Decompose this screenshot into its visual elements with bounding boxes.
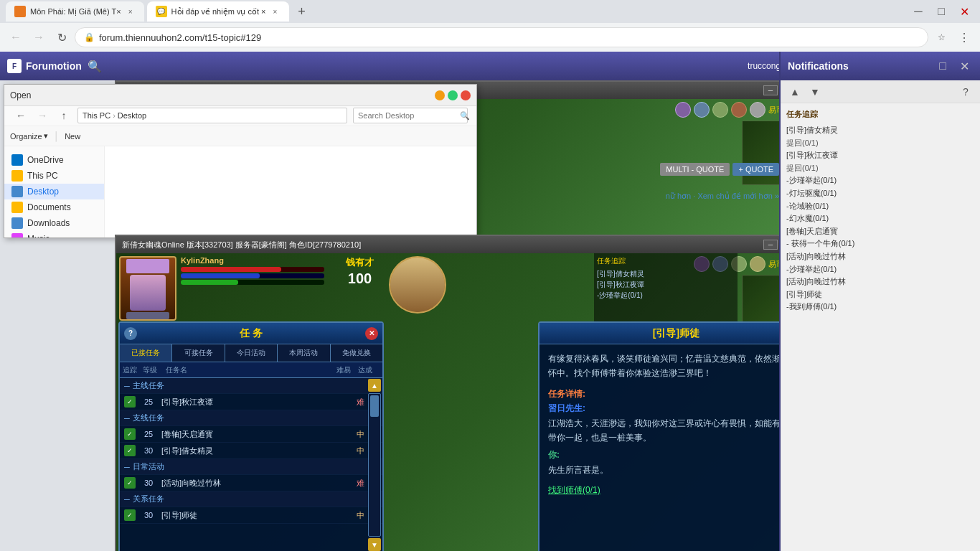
quest-column-headers: 追踪 等级 任务名 难易 达成: [120, 362, 382, 378]
dialog-player-label: 你:: [548, 448, 804, 462]
quest-panel-title: 任 务: [240, 327, 263, 340]
quote-button[interactable]: + QUOTE: [732, 163, 779, 176]
game2-npc-portrait: [389, 256, 446, 314]
notif-title: Notifications: [788, 60, 930, 72]
quest-scrollbar: ▲ ▼: [368, 379, 381, 551]
notif-scroll-down[interactable]: ▼: [806, 83, 824, 100]
col-track: 追踪: [123, 365, 143, 375]
fe-minimize-button[interactable]: [435, 90, 445, 100]
tab-hoi-dap[interactable]: 💬 Hỏi đáp về nhiệm vụ cốt × ×: [147, 1, 289, 22]
browser-content: F Forumotion 🔍 truccongle Notifications …: [0, 52, 980, 551]
notif-quest-2: [引导]秋江夜谭: [786, 149, 974, 162]
tab-close-1[interactable]: ×: [126, 6, 136, 17]
notif-scroll-up[interactable]: ▲: [786, 83, 804, 100]
quest-section-daily: ─ 日常活动: [120, 459, 382, 475]
close-button[interactable]: ✕: [954, 1, 974, 22]
dialog-sender-text: 江湖浩大，天涯渺远，我知你对这三界或许心有畏惧，如能有师傅带你一起，也是一桩美事…: [548, 416, 804, 446]
game2-content: KylinZhang 钱有才 100: [116, 253, 816, 551]
quest-item-support-1[interactable]: ✓ 25 [卷轴]天启通寳 中: [120, 426, 382, 443]
forum-link-newer[interactable]: nữ hơn · Xem chủ đề mới hơn »: [666, 192, 779, 200]
forum-nav-links: nữ hơn · Xem chủ đề mới hơn »: [666, 192, 779, 201]
notif-quest-4: -灯坛驱魔(0/1): [786, 187, 974, 200]
address-bar[interactable]: 🔒 forum.thiennuuhon2.com/t15-topic#129: [75, 27, 928, 47]
fe-maximize-button[interactable]: [448, 90, 458, 100]
tab-mon-phai[interactable]: Môn Phái: Mị Giã (Mê) T× ×: [6, 1, 144, 22]
quest-help-btn[interactable]: ?: [124, 327, 137, 340]
quest-tab-available[interactable]: 可接任务: [172, 344, 225, 362]
notif-quest-10: -沙瑾举起(0/1): [786, 263, 974, 276]
breadcrumb-sep1: ›: [113, 111, 116, 120]
notif-help-btn[interactable]: ?: [957, 83, 974, 100]
organize-chevron: ▾: [44, 131, 48, 141]
new-tab-button[interactable]: +: [292, 1, 312, 22]
fe-toolbar: ← → ↑ This PC › Desktop 🔍: [4, 106, 476, 126]
quest-tab-exchange[interactable]: 免做兑换: [331, 344, 382, 362]
dialog-content: 有缘复得沐春风，谈笑师徒逾兴同；忆昔温文慈典范，依然渐洒感怀中。找个师傅带着你体…: [540, 344, 813, 551]
quest-lv-5: 30: [138, 511, 159, 519]
quest-close-btn[interactable]: ✕: [365, 327, 378, 340]
notif-quest-3: -沙瑾举起(0/1): [786, 174, 974, 187]
minimize-button[interactable]: ─: [908, 1, 928, 22]
fe-back-button[interactable]: ←: [13, 108, 29, 123]
quest-item-relation-1[interactable]: ✓ 30 [引导]师徒 中: [120, 507, 382, 524]
quest-scroll-thumb[interactable]: [370, 395, 379, 417]
new-button[interactable]: New: [65, 132, 80, 141]
sidebar-item-desktop[interactable]: Desktop: [4, 184, 104, 199]
settings-button[interactable]: ⋮: [954, 27, 974, 47]
fe-close-button[interactable]: [461, 90, 471, 100]
fe-forward-button[interactable]: →: [34, 108, 50, 123]
restore-button[interactable]: □: [931, 1, 951, 22]
multi-quote-button[interactable]: MULTI - QUOTE: [660, 163, 730, 176]
fe-sidebar: OneDrive This PC Desktop Documents: [4, 146, 105, 237]
quest-scroll-up[interactable]: ▲: [368, 379, 381, 392]
sidebar-item-documents[interactable]: Documents: [4, 199, 104, 215]
notif-expand-btn[interactable]: □: [934, 57, 951, 75]
notif-quest-5: -论域验(0/1): [786, 200, 974, 213]
chrome-browser: Môn Phái: Mị Giã (Mê) T× × 💬 Hỏi đáp về …: [0, 0, 980, 551]
quest-item-main-1[interactable]: ✓ 25 [引导]秋江夜谭 难: [120, 394, 382, 410]
topbar-search[interactable]: 🔍: [88, 60, 102, 73]
forumotion-topbar: F Forumotion 🔍 truccongle Notifications …: [0, 52, 872, 80]
organize-button[interactable]: Organize ▾: [10, 131, 48, 141]
tab-favicon-1: [14, 6, 26, 17]
sidebar-item-downloads[interactable]: Downloads: [4, 215, 104, 231]
sidebar-item-music[interactable]: Music: [4, 231, 104, 237]
reload-button[interactable]: ↻: [52, 27, 72, 47]
tab-close-2[interactable]: ×: [270, 6, 281, 17]
notif-quest-2a: 提回(0/1): [786, 162, 974, 175]
quest-name-4: [活动]向晚过竹林: [161, 478, 354, 489]
quest-tab-daily[interactable]: 今日活动: [225, 344, 278, 362]
quest-check-4: ✓: [124, 477, 136, 489]
col-done: 达成: [358, 365, 380, 375]
notif-items-list: 任务追踪 [引导]倩女精灵 提回(0/1) [引导]秋江夜谭 提回(0/1) -…: [781, 103, 980, 551]
fe-up-button[interactable]: ↑: [56, 108, 72, 123]
quest-lv-1: 25: [138, 397, 159, 406]
game1-minimize[interactable]: ─: [763, 85, 778, 95]
tab-title-1: Môn Phái: Mị Giã (Mê) T×: [30, 7, 121, 17]
game2-minimize[interactable]: ─: [763, 240, 778, 250]
notif-quest-13: -我到师傅(0/1): [786, 301, 974, 314]
fe-organize-toolbar: Organize ▾ │ New: [4, 126, 476, 146]
quest-name-2: [卷轴]天启通寳: [161, 429, 354, 440]
search-icon[interactable]: 🔍: [88, 60, 102, 72]
quest-tab-weekly[interactable]: 本周活动: [278, 344, 330, 362]
quest-tab-accepted[interactable]: 已接任务: [120, 344, 172, 362]
sidebar-item-this-pc[interactable]: This PC: [4, 168, 104, 184]
quest-item-daily-1[interactable]: ✓ 30 [活动]向晚过竹林 难: [120, 475, 382, 491]
extra-buttons: ⋮: [954, 27, 974, 47]
sidebar-item-onedrive[interactable]: OneDrive: [4, 152, 104, 168]
forward-button[interactable]: →: [29, 27, 49, 47]
game2-level: 100: [348, 270, 372, 287]
game-window-2[interactable]: 新倩女幽魂Online 版本[332703] 服务器[豪情阁] 角色ID[277…: [115, 235, 818, 551]
notif-close-btn[interactable]: ✕: [956, 57, 973, 75]
breadcrumb-desktop: Desktop: [118, 111, 146, 120]
quest-scroll-down[interactable]: ▼: [368, 538, 381, 551]
quest-item-support-2[interactable]: ✓ 30 [引导]倩女精灵 中: [120, 443, 382, 459]
fe-search-input[interactable]: [358, 111, 457, 120]
file-explorer-title: Open: [10, 90, 435, 100]
dialog-link[interactable]: 找到师傅(0/1): [548, 483, 804, 497]
bookmark-button[interactable]: ☆: [931, 27, 951, 47]
quest-lv-4: 30: [138, 479, 159, 487]
back-button[interactable]: ←: [6, 27, 26, 47]
url-text: forum.thiennuuhon2.com/t15-topic#129: [99, 32, 919, 43]
